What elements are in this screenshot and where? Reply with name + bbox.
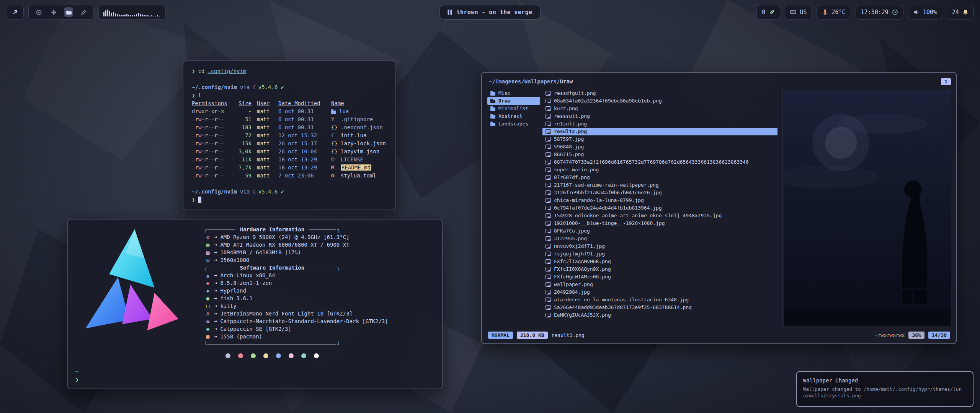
launcher-button[interactable] [7,5,24,20]
file-item[interactable]: FXfcHgcWIAMzs0G.png [542,273,777,281]
image-icon [546,213,551,218]
terminal-window: ❯cd.config/nvim ~/.config/nvimvia☾v5.4.6… [183,60,396,210]
file-item[interactable]: wallpaper.png [542,281,777,288]
json-icon: {} [331,148,339,156]
image-icon [546,282,551,287]
notifications-value: 24 [952,9,959,16]
cava-bar [147,15,149,16]
folder-item[interactable]: Landscapes [487,120,540,128]
cava-bar [157,15,158,16]
updates-pill[interactable]: 0 [756,5,780,20]
nvim-moon-icon: ☾ [253,189,256,195]
file-row: .rw-r--r--183matt6 oct 00:31{}.neoconf.j… [192,124,387,132]
file-item[interactable]: kurz.png [542,105,777,112]
fetch-row-term: ▢➜kitty [204,302,426,310]
file-item[interactable]: 596848.jpg [542,143,777,151]
cava-bar [126,14,127,16]
nvim-version: v5.4.6 [258,84,278,90]
file-manager-header: ~/Imagenes/Wallpapers/Draw 1 [489,76,951,87]
top-bar: thrown - on the verge 0US26°C17:50:29100… [0,0,980,24]
audio-visualizer[interactable] [98,5,166,20]
folder-icon [490,92,495,96]
notification-popup[interactable]: Wallpaper Changed Wallpaper changed to /… [796,371,973,407]
file-item[interactable]: EeNKYgIUcAAJ5JX.png [542,311,777,319]
file-item[interactable]: chica-mirando-la-luna-8799.jpg [542,197,777,204]
clock-pill[interactable]: 17:50:29 [856,5,903,20]
path-prefix[interactable]: ~/Imagenes/Wallpapers/ [489,78,560,85]
prompt-symbol: ❯ [192,92,195,98]
file-row: .rw-r--r--11kmatt18 oct 13:29©LICENSE [192,156,387,164]
volume-pill[interactable]: 100% [908,5,942,20]
workspace-3-button[interactable] [64,7,73,17]
file-item[interactable]: rsjqojlmjhf91.jpg [542,250,777,258]
mode-badge: NORMAL [488,332,513,339]
notifications-pill[interactable]: 24 [947,5,974,20]
cava-bar [109,11,110,16]
cava-bar [130,15,131,16]
file-item[interactable]: super-mario.png [542,166,777,174]
file-item[interactable]: 217167-sad-anime-rain-wallpaper.png [542,181,777,189]
workspace-4-button[interactable] [79,7,88,17]
image-icon [546,229,551,233]
palette-dot [276,353,281,358]
file-item[interactable]: 5a266e448add93deab367d87173e9f25-6837886… [542,304,777,311]
file-item[interactable]: 8FKa7Cu.jpeg [542,227,777,235]
image-icon [546,298,551,302]
workspace-1-button[interactable] [34,7,43,17]
image-icon [546,175,551,180]
file-item[interactable]: ressdfgult.png [542,89,777,97]
file-item[interactable]: 08a634fa02a32364f69ebc86a98eb1eb.png [542,97,777,105]
scroll-percent-badge: 36% [908,332,924,339]
terminal-cursor-line[interactable]: ❯ [192,196,387,204]
workspace-2-button[interactable] [49,7,58,17]
cava-bar [111,13,112,16]
hardware-section-header: Hardware Information [204,226,340,233]
image-icon [546,305,551,310]
file-row: .rw-r--r--15kmatt26 oct 15:17{}lazy-lock… [192,140,387,148]
file-item[interactable]: resssult.png [542,112,777,120]
shell-prompt: ~/.config/nvimvia☾v5.4.6✔ [192,188,387,196]
image-icon [546,129,551,134]
file-item[interactable]: 20492984.jpg [542,288,777,296]
fetch-row-ram: ▤➜10948MiB / 64183MiB (17%) [204,249,426,256]
json-icon: {} [331,124,339,132]
file-permissions: -rwxrwxrwx [875,332,905,338]
folder-item[interactable]: Misc [487,89,540,97]
folder-item[interactable]: Minimalist [487,105,540,112]
parent-directory-pane: MiscDrawMinimalistAbstractLandscapes [487,89,540,326]
ram-icon: ▤ [204,249,212,256]
file-item[interactable]: FXfcII0X0AQyn9X.png [542,265,777,273]
music-player-widget[interactable]: thrown - on the verge [439,5,540,20]
file-item[interactable]: 19201080-__blue-tinge__-1920×1080.jpg [542,220,777,227]
file-size-badge: 218.8 KB [517,332,548,339]
folder-icon [490,115,495,119]
file-item[interactable]: 87r687df.png [542,174,777,181]
image-icon [546,190,551,195]
section-footer [204,340,340,348]
tab-badge[interactable]: 1 [941,78,951,85]
file-item[interactable]: 3122955.png [542,235,777,242]
file-item[interactable]: 3126f7e9bbf21a8a4af0b67b041c6e26.jpg [542,189,777,197]
file-item[interactable]: nnvuv0xj2df71.jpg [542,242,777,250]
file-item[interactable]: 866715.png [542,151,777,158]
file-row: .rw-r--r--59matt7 oct 23:06⚙stylua.toml [192,172,387,180]
file-item[interactable]: 68747470733a2f2f696d616765732d7769786d70… [542,158,777,166]
file-item[interactable]: 154928-odinokoe_anime-art-anime-okno-sin… [542,212,777,220]
folder-item[interactable]: Abstract [487,112,540,120]
image-icon [546,221,551,226]
file-item[interactable]: 587597.jpg [542,135,777,143]
keyboard-layout-pill[interactable]: US [785,5,812,20]
image-icon [546,122,551,126]
weather-pill[interactable]: 26°C [817,5,851,20]
prompt-symbol[interactable]: ❯ [75,376,78,384]
notification-title: Wallpaper Changed [803,377,967,384]
file-item[interactable]: FXfcJlTXgAMvH6R.png [542,258,777,265]
folder-icon [65,9,72,16]
file-item[interactable]: 0c794faf07de24a4db4d4fb1eb813964.jpg [542,204,777,212]
folder-item[interactable]: Draw [487,97,540,105]
file-item[interactable]: result2.png [542,128,777,135]
pause-icon [448,10,452,15]
nvim-version: v5.4.6 [258,189,278,195]
file-item[interactable]: atardecer-en-la-montanas-ilustracion-634… [542,296,777,304]
file-item[interactable]: re1sult.png [542,120,777,128]
